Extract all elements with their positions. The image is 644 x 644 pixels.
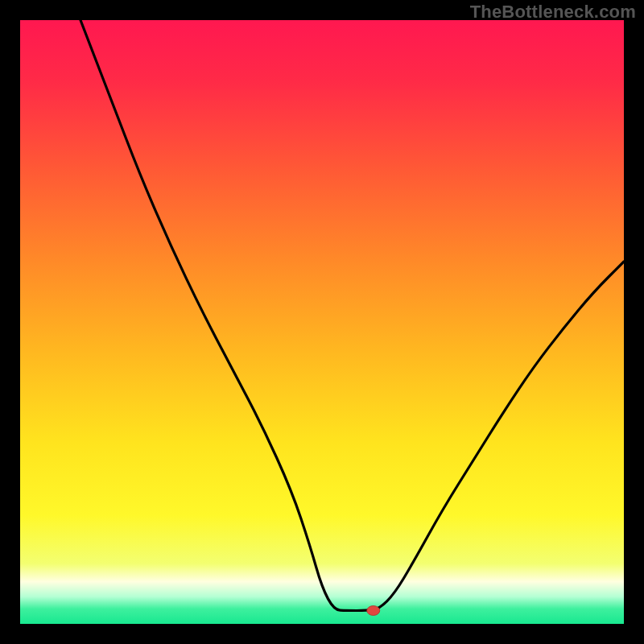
bottleneck-chart bbox=[20, 20, 624, 624]
chart-frame: TheBottleneck.com bbox=[0, 0, 644, 644]
plot-area bbox=[20, 20, 624, 624]
gradient-background bbox=[20, 20, 624, 624]
attribution-text: TheBottleneck.com bbox=[470, 2, 636, 23]
optimum-marker bbox=[367, 606, 380, 616]
